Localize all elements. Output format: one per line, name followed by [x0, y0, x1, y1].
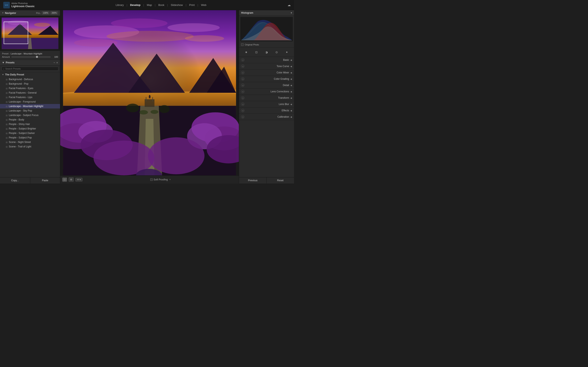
- preset-item-label: People - Subject Brighter: [9, 127, 36, 130]
- section-eye-color-grading[interactable]: ◎: [241, 77, 244, 81]
- settings-btn[interactable]: ✦: [284, 49, 290, 55]
- amount-thumb[interactable]: [36, 56, 38, 58]
- svg-point-11: [167, 23, 220, 32]
- preset-item[interactable]: ▤ Landscape - Mountain Highlight: [0, 104, 60, 108]
- preset-info: Preset : Landscape - Mountain Highlight …: [0, 51, 60, 60]
- section-eye-basic[interactable]: ◎: [241, 58, 244, 62]
- preset-item[interactable]: ▤ Background - Defocus: [0, 77, 60, 82]
- view-dropdown-btn[interactable]: YY ▾: [75, 178, 82, 182]
- product-name: Lightroom Classic: [11, 5, 35, 8]
- nav-develop[interactable]: Develop: [128, 3, 143, 7]
- cloud-sync-icon[interactable]: ☁: [287, 3, 291, 7]
- histogram-title: Histogram: [241, 11, 253, 14]
- amount-value: 100: [52, 56, 58, 58]
- photo-area[interactable]: [60, 10, 239, 175]
- right-sections: ◎ Basic ◀ ◎ Tone Curve ◀ ◎ Color Mixer ◀…: [239, 57, 294, 177]
- section-lens-corrections[interactable]: ◎ Lens Corrections ◀: [239, 89, 294, 95]
- preset-item-icon: ▤: [6, 78, 8, 81]
- center-panel: □ ⊟ YY ▾ Soft Proofing ▾: [60, 10, 239, 184]
- histogram-header: Histogram ▾: [239, 10, 294, 16]
- section-calibration[interactable]: ◎ Calibration ◀: [239, 114, 294, 120]
- svg-point-34: [149, 95, 151, 99]
- preset-item[interactable]: ▤ Landscape - Foreground: [0, 100, 60, 104]
- section-tone-curve[interactable]: ◎ Tone Curve ◀: [239, 63, 294, 69]
- zoom-100-btn[interactable]: 100%: [42, 11, 50, 15]
- preset-item[interactable]: ▤ Background - Pop: [0, 82, 60, 86]
- preset-item[interactable]: ▤ Facial Features - Eyes: [0, 86, 60, 91]
- presets-collapse-icon[interactable]: ▼: [2, 61, 4, 64]
- nav-viewport-box[interactable]: [4, 22, 28, 44]
- svg-point-40: [148, 137, 205, 174]
- preset-group-daily[interactable]: ▼ The Daily Preset: [0, 72, 60, 77]
- copy-button[interactable]: Copy...: [0, 177, 30, 184]
- red-eye-btn[interactable]: ⊙: [274, 49, 279, 55]
- section-eye-detail[interactable]: ◎: [241, 83, 244, 87]
- nav-thumbnail[interactable]: [2, 17, 58, 49]
- section-color-grading[interactable]: ◎ Color Grading ◀: [239, 76, 294, 82]
- amount-slider[interactable]: [11, 57, 51, 57]
- preset-search: ⌕: [0, 66, 60, 72]
- section-basic[interactable]: ◎ Basic ◀: [239, 57, 294, 63]
- svg-point-35: [126, 104, 139, 112]
- section-eye-calibration[interactable]: ◎: [241, 115, 244, 118]
- section-name-tone-curve: Tone Curve: [246, 65, 289, 68]
- preset-item[interactable]: ▤ Facial Features - General: [0, 91, 60, 95]
- nav-print[interactable]: Print: [187, 3, 197, 7]
- navigator-collapse-icon[interactable]: ▼: [2, 12, 4, 14]
- presets-minus-btn[interactable]: −: [53, 61, 55, 64]
- nav-web[interactable]: Web: [199, 3, 208, 7]
- amount-label: Amount: [2, 56, 10, 58]
- presets-plus-btn[interactable]: +: [56, 61, 58, 64]
- section-effects[interactable]: ◎ Effects ◀: [239, 108, 294, 114]
- section-eye-color-mixer[interactable]: ◎: [241, 71, 244, 74]
- preset-item[interactable]: ▤ Facial Features - Lips: [0, 95, 60, 100]
- tool-icons-row: ≡ ⊡ ◑ ⊙ ✦: [239, 48, 294, 57]
- svg-point-15: [111, 18, 167, 28]
- svg-point-13: [74, 39, 117, 47]
- group-name: The Daily Preset: [5, 73, 24, 76]
- preset-item[interactable]: ▤ People - Shiny Hair: [0, 122, 60, 126]
- soft-proofing-checkbox[interactable]: [150, 178, 153, 181]
- preset-item-icon: ▤: [6, 132, 8, 134]
- section-eye-lens-blur[interactable]: ◎: [241, 103, 244, 106]
- section-eye-tone-curve[interactable]: ◎: [241, 65, 244, 68]
- nav-library[interactable]: Library: [113, 3, 126, 7]
- section-lens-blur[interactable]: ◎ Lens Blur ◀: [239, 101, 294, 108]
- section-arrow-basic: ◀: [290, 59, 292, 61]
- section-name-color-mixer: Color Mixer: [246, 71, 289, 74]
- original-photo-checkbox[interactable]: [241, 43, 243, 46]
- masking-btn[interactable]: ◑: [264, 49, 269, 55]
- nav-book[interactable]: Book: [156, 3, 166, 7]
- nav-map[interactable]: Map: [145, 3, 154, 7]
- preset-item[interactable]: ▤ Scene - Night Street: [0, 140, 60, 144]
- nav-slideshow[interactable]: Slideshow: [169, 3, 185, 7]
- preset-item[interactable]: ▤ People - Subject Darker: [0, 131, 60, 135]
- section-color-mixer[interactable]: ◎ Color Mixer ◀: [239, 69, 294, 76]
- histogram-collapse-icon[interactable]: ▾: [291, 11, 292, 14]
- soft-proofing-arrow[interactable]: ▾: [169, 178, 171, 181]
- svg-point-36: [159, 105, 170, 113]
- preset-item[interactable]: ▤ Landscape - Subject Focus: [0, 113, 60, 117]
- section-transform[interactable]: ◎ Transform ◀: [239, 95, 294, 101]
- preset-item[interactable]: ▤ Landscape - Sky Pop: [0, 108, 60, 113]
- preset-item[interactable]: ▤ People - Subject Pop: [0, 135, 60, 140]
- crop-overlay-btn[interactable]: ⊡: [254, 49, 259, 55]
- paste-button[interactable]: Paste: [30, 177, 60, 184]
- preset-item[interactable]: ▤ People - Subject Brighter: [0, 126, 60, 131]
- view-single-btn[interactable]: □: [62, 178, 67, 182]
- section-eye-lens-corrections[interactable]: ◎: [241, 90, 244, 93]
- section-eye-effects[interactable]: ◎: [241, 109, 244, 112]
- search-input[interactable]: [5, 67, 57, 70]
- zoom-200-btn[interactable]: 200%: [50, 11, 58, 15]
- preset-item[interactable]: ▤ Scene - Trail of Light: [0, 144, 60, 149]
- previous-button[interactable]: Previous: [239, 177, 267, 184]
- reset-button[interactable]: Reset: [267, 177, 294, 184]
- preset-item-label: Facial Features - General: [9, 91, 36, 94]
- section-eye-transform[interactable]: ◎: [241, 96, 244, 100]
- section-detail[interactable]: ◎ Detail ◀: [239, 82, 294, 89]
- svg-point-7: [34, 23, 50, 27]
- preset-item[interactable]: ▤ People - Body: [0, 117, 60, 122]
- preset-item-icon: ▤: [6, 96, 8, 99]
- basic-adjustments-btn[interactable]: ≡: [243, 49, 249, 55]
- view-compare-btn[interactable]: ⊟: [69, 177, 74, 182]
